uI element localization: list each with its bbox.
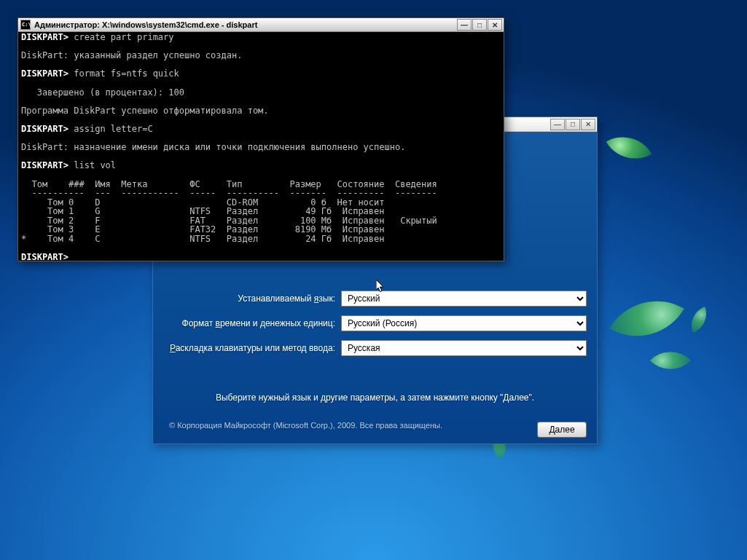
decorative-leaf xyxy=(609,281,684,355)
copyright-text: © Корпорация Майкрософт (Microsoft Corp.… xyxy=(169,421,442,430)
language-select[interactable]: Русский xyxy=(341,291,587,307)
decorative-leaf xyxy=(606,125,652,171)
cmd-icon: C:\ xyxy=(20,20,31,30)
close-button[interactable]: ✕ xyxy=(581,119,595,130)
minimize-button[interactable]: — xyxy=(457,19,472,31)
cmd-window: C:\ Администратор: X:\windows\system32\c… xyxy=(17,17,504,261)
cmd-titlebar[interactable]: C:\ Администратор: X:\windows\system32\c… xyxy=(18,18,504,32)
maximize-button[interactable]: □ xyxy=(566,119,580,130)
keyboard-label: Раскладка клавиатуры или метод ввода: xyxy=(163,343,341,353)
keyboard-select[interactable]: Русская xyxy=(341,340,587,356)
instruction-text: Выберите нужный язык и другие параметры,… xyxy=(153,393,597,403)
cmd-title: Администратор: X:\windows\system32\cmd.e… xyxy=(34,20,257,29)
decorative-leaf xyxy=(686,307,712,333)
maximize-button[interactable]: □ xyxy=(472,19,487,31)
time-currency-select[interactable]: Русский (Россия) xyxy=(341,315,587,331)
cmd-output[interactable]: DISKPART> create part primary DiskPart: … xyxy=(18,32,504,261)
close-button[interactable]: ✕ xyxy=(488,19,502,31)
minimize-button[interactable]: — xyxy=(550,119,565,130)
time-currency-label: Формат времени и денежных единиц: xyxy=(163,318,341,328)
decorative-leaf xyxy=(650,340,692,382)
next-button[interactable]: Далее xyxy=(537,422,587,438)
language-label: Устанавливаемый язык: xyxy=(163,293,341,304)
